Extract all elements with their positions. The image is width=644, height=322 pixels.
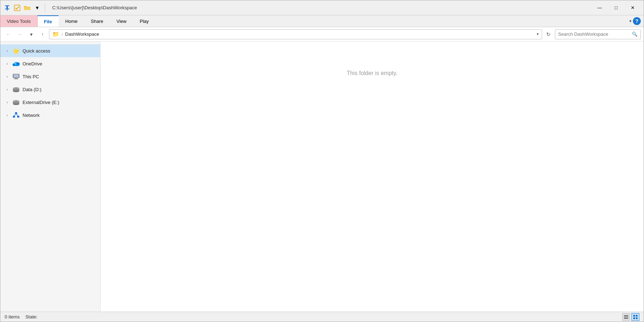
sidebar-label-onedrive: OneDrive xyxy=(23,61,96,66)
chevron-right-icon: › xyxy=(5,88,10,91)
search-icon: 🔍 xyxy=(632,31,638,37)
chevron-right-icon: › xyxy=(5,100,10,104)
tab-home[interactable]: Home xyxy=(59,15,84,27)
up-button[interactable]: ↑ xyxy=(38,29,48,39)
address-bar[interactable]: 📁 › DashWorkspace ▾ xyxy=(49,29,542,39)
sidebar-label-quick-access: Quick access xyxy=(23,48,96,54)
back-button[interactable]: ← xyxy=(3,29,13,39)
svg-point-8 xyxy=(16,63,20,65)
empty-folder-message: This folder is empty. xyxy=(347,70,397,76)
chevron-right-icon: › xyxy=(5,62,10,66)
svg-rect-28 xyxy=(624,318,628,319)
chevron-right-icon: › xyxy=(5,75,10,79)
sidebar-item-external-e[interactable]: › ExternalDrive (E:) xyxy=(0,96,100,109)
svg-point-16 xyxy=(15,88,17,89)
svg-rect-26 xyxy=(624,315,628,316)
address-text: DashWorkspace xyxy=(65,31,99,37)
svg-point-20 xyxy=(15,101,17,101)
address-separator: › xyxy=(62,32,63,37)
sidebar-item-onedrive[interactable]: › OneDrive xyxy=(0,57,100,70)
svg-rect-22 xyxy=(13,116,15,118)
content-area: This folder is empty. xyxy=(101,41,644,312)
refresh-button[interactable]: ↻ xyxy=(543,29,553,39)
svg-rect-27 xyxy=(624,317,628,317)
tab-video-tools[interactable]: Video Tools xyxy=(0,15,38,27)
sidebar-item-data-d[interactable]: › Data (D:) xyxy=(0,83,100,96)
folder-icon[interactable] xyxy=(23,4,31,12)
details-view-button[interactable] xyxy=(622,313,630,321)
check-icon[interactable] xyxy=(13,4,21,12)
tab-file[interactable]: File xyxy=(38,15,59,27)
window-controls: — □ ✕ xyxy=(591,2,641,14)
status-bar-right xyxy=(622,313,639,321)
title-bar-icons: ▾ xyxy=(3,4,47,12)
drive-e-icon xyxy=(13,99,20,106)
sidebar-label-data-d: Data (D:) xyxy=(23,87,96,92)
title-bar-path: C:\Users\[user]\Desktop\DashWorkspace xyxy=(52,5,591,10)
item-count: 0 items xyxy=(5,314,20,319)
separator xyxy=(45,4,45,12)
svg-rect-29 xyxy=(633,315,635,317)
svg-rect-23 xyxy=(17,116,19,118)
svg-rect-4 xyxy=(14,5,20,11)
svg-rect-11 xyxy=(15,78,18,79)
main-layout: › ⭐ Quick access › OneDrive › xyxy=(0,41,644,312)
search-input[interactable] xyxy=(558,31,632,37)
svg-rect-30 xyxy=(636,315,638,317)
svg-line-24 xyxy=(14,114,16,116)
ribbon-tabs: Video Tools File Home Share View Play ▾ … xyxy=(0,15,644,27)
sidebar-item-network[interactable]: › Network xyxy=(0,109,100,122)
status-bar: 0 items State: xyxy=(0,312,644,322)
ribbon: Video Tools File Home Share View Play ▾ … xyxy=(0,15,644,27)
minimize-button[interactable]: — xyxy=(591,2,608,14)
svg-rect-12 xyxy=(14,79,18,79)
svg-rect-31 xyxy=(633,317,635,319)
svg-rect-10 xyxy=(14,74,19,78)
chevron-right-icon: › xyxy=(5,113,10,117)
drive-d-icon xyxy=(13,86,20,93)
search-bar[interactable]: 🔍 xyxy=(555,29,641,39)
quick-access-icon: ⭐ xyxy=(13,47,20,54)
state-label: State: xyxy=(25,314,38,319)
onedrive-icon xyxy=(13,60,20,67)
chevron-right-icon: › xyxy=(5,49,10,53)
address-folder-icon: 📁 xyxy=(52,31,59,38)
svg-line-25 xyxy=(16,114,18,116)
svg-rect-1 xyxy=(6,6,8,9)
tab-view[interactable]: View xyxy=(110,15,133,27)
sidebar-item-quick-access[interactable]: › ⭐ Quick access xyxy=(0,44,100,57)
svg-rect-0 xyxy=(5,5,9,6)
close-button[interactable]: ✕ xyxy=(624,2,641,14)
sidebar-label-external-e: ExternalDrive (E:) xyxy=(23,100,96,105)
tab-play[interactable]: Play xyxy=(133,15,156,27)
svg-rect-32 xyxy=(636,317,638,319)
recent-locations-button[interactable]: ▾ xyxy=(26,29,36,39)
ribbon-collapse-icon[interactable]: ▾ xyxy=(629,19,631,24)
svg-rect-3 xyxy=(7,9,8,11)
network-icon xyxy=(13,112,20,119)
sidebar: › ⭐ Quick access › OneDrive › xyxy=(0,41,101,312)
title-bar: ▾ C:\Users\[user]\Desktop\DashWorkspace … xyxy=(0,0,644,15)
sidebar-item-this-pc[interactable]: › This PC xyxy=(0,70,100,83)
address-chevron-icon[interactable]: ▾ xyxy=(537,32,539,36)
ribbon-right: ▾ ? xyxy=(629,15,644,27)
sidebar-label-this-pc: This PC xyxy=(23,74,96,79)
forward-button[interactable]: → xyxy=(15,29,25,39)
svg-rect-21 xyxy=(15,112,17,114)
dropdown-icon[interactable]: ▾ xyxy=(33,4,41,12)
this-pc-icon xyxy=(13,73,20,80)
sidebar-label-network: Network xyxy=(23,113,96,118)
pin-icon[interactable] xyxy=(3,4,11,12)
help-button[interactable]: ? xyxy=(633,17,641,25)
tab-share[interactable]: Share xyxy=(84,15,110,27)
svg-rect-2 xyxy=(5,9,9,9)
maximize-button[interactable]: □ xyxy=(608,2,624,14)
large-icons-view-button[interactable] xyxy=(631,313,639,321)
nav-bar: ← → ▾ ↑ 📁 › DashWorkspace ▾ ↻ 🔍 xyxy=(0,27,644,41)
